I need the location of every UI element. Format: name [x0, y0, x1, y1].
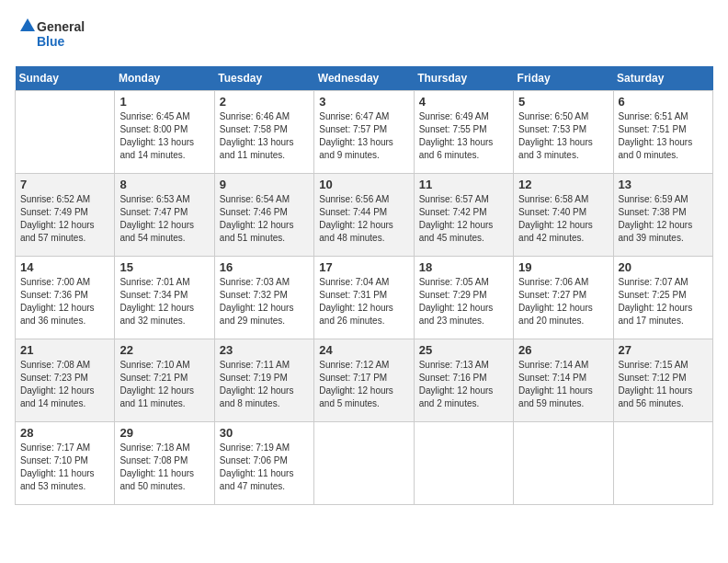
day-info: Sunrise: 7:04 AM Sunset: 7:31 PM Dayligh… [319, 276, 408, 327]
calendar-cell: 24Sunrise: 7:12 AM Sunset: 7:17 PM Dayli… [314, 339, 414, 422]
day-number: 27 [619, 343, 708, 357]
day-info: Sunrise: 7:06 AM Sunset: 7:27 PM Dayligh… [518, 276, 608, 327]
calendar-cell [314, 422, 414, 505]
day-info: Sunrise: 6:59 AM Sunset: 7:38 PM Dayligh… [619, 193, 708, 245]
calendar-cell: 15Sunrise: 7:01 AM Sunset: 7:34 PM Dayli… [115, 257, 214, 339]
calendar-cell: 22Sunrise: 7:10 AM Sunset: 7:21 PM Dayli… [115, 339, 214, 422]
calendar-cell: 23Sunrise: 7:11 AM Sunset: 7:19 PM Dayli… [214, 339, 313, 422]
calendar-cell: 25Sunrise: 7:13 AM Sunset: 7:16 PM Dayli… [414, 339, 513, 422]
calendar-week-row: 21Sunrise: 7:08 AM Sunset: 7:23 PM Dayli… [16, 339, 713, 422]
day-info: Sunrise: 7:17 AM Sunset: 7:10 PM Dayligh… [20, 442, 109, 493]
day-number: 29 [119, 426, 209, 440]
svg-text:General: General [37, 19, 85, 34]
calendar-week-row: 28Sunrise: 7:17 AM Sunset: 7:10 PM Dayli… [16, 422, 713, 505]
calendar-cell: 9Sunrise: 6:54 AM Sunset: 7:46 PM Daylig… [214, 174, 313, 257]
day-info: Sunrise: 6:54 AM Sunset: 7:46 PM Dayligh… [220, 193, 309, 245]
calendar-cell: 12Sunrise: 6:58 AM Sunset: 7:40 PM Dayli… [514, 174, 613, 257]
day-info: Sunrise: 6:56 AM Sunset: 7:44 PM Dayligh… [319, 193, 408, 245]
day-info: Sunrise: 7:10 AM Sunset: 7:21 PM Dayligh… [119, 359, 209, 410]
calendar-cell: 17Sunrise: 7:04 AM Sunset: 7:31 PM Dayli… [314, 257, 414, 339]
calendar-cell: 6Sunrise: 6:51 AM Sunset: 7:51 PM Daylig… [613, 91, 712, 174]
day-info: Sunrise: 6:52 AM Sunset: 7:49 PM Dayligh… [20, 193, 109, 245]
calendar-cell: 19Sunrise: 7:06 AM Sunset: 7:27 PM Dayli… [514, 257, 613, 339]
calendar-cell: 30Sunrise: 7:19 AM Sunset: 7:06 PM Dayli… [214, 422, 313, 505]
calendar-week-row: 14Sunrise: 7:00 AM Sunset: 7:36 PM Dayli… [16, 257, 713, 339]
calendar-cell: 29Sunrise: 7:18 AM Sunset: 7:08 PM Dayli… [115, 422, 214, 505]
day-info: Sunrise: 6:53 AM Sunset: 7:47 PM Dayligh… [119, 193, 209, 245]
day-info: Sunrise: 7:18 AM Sunset: 7:08 PM Dayligh… [119, 442, 209, 493]
page-header: General Blue [15, 15, 713, 55]
day-info: Sunrise: 7:00 AM Sunset: 7:36 PM Dayligh… [20, 276, 109, 327]
day-number: 16 [220, 260, 309, 274]
calendar-cell: 7Sunrise: 6:52 AM Sunset: 7:49 PM Daylig… [16, 174, 115, 257]
day-info: Sunrise: 6:57 AM Sunset: 7:42 PM Dayligh… [419, 193, 508, 245]
day-info: Sunrise: 6:51 AM Sunset: 7:51 PM Dayligh… [619, 110, 708, 162]
calendar-cell: 21Sunrise: 7:08 AM Sunset: 7:23 PM Dayli… [16, 339, 115, 422]
svg-marker-2 [20, 18, 35, 31]
day-number: 6 [619, 95, 708, 109]
day-info: Sunrise: 6:45 AM Sunset: 8:00 PM Dayligh… [119, 110, 209, 162]
day-info: Sunrise: 6:49 AM Sunset: 7:55 PM Dayligh… [419, 110, 508, 162]
day-info: Sunrise: 7:13 AM Sunset: 7:16 PM Dayligh… [419, 359, 508, 410]
calendar-cell [414, 422, 513, 505]
weekday-header-friday: Friday [514, 66, 613, 91]
day-number: 14 [20, 260, 109, 274]
day-number: 22 [119, 343, 209, 357]
day-info: Sunrise: 6:58 AM Sunset: 7:40 PM Dayligh… [518, 193, 608, 245]
day-number: 21 [20, 343, 109, 357]
calendar-table: SundayMondayTuesdayWednesdayThursdayFrid… [15, 66, 713, 505]
day-number: 3 [319, 95, 408, 109]
calendar-cell: 14Sunrise: 7:00 AM Sunset: 7:36 PM Dayli… [16, 257, 115, 339]
weekday-header-sunday: Sunday [16, 66, 115, 91]
calendar-cell: 5Sunrise: 6:50 AM Sunset: 7:53 PM Daylig… [514, 91, 613, 174]
day-number: 17 [319, 260, 408, 274]
day-number: 13 [619, 178, 708, 191]
calendar-cell: 16Sunrise: 7:03 AM Sunset: 7:32 PM Dayli… [214, 257, 313, 339]
day-info: Sunrise: 7:03 AM Sunset: 7:32 PM Dayligh… [220, 276, 309, 327]
day-number: 20 [619, 260, 708, 274]
day-info: Sunrise: 7:07 AM Sunset: 7:25 PM Dayligh… [619, 276, 708, 327]
svg-text:Blue: Blue [37, 34, 65, 49]
calendar-week-row: 7Sunrise: 6:52 AM Sunset: 7:49 PM Daylig… [16, 174, 713, 257]
weekday-header-monday: Monday [115, 66, 214, 91]
calendar-cell: 26Sunrise: 7:14 AM Sunset: 7:14 PM Dayli… [514, 339, 613, 422]
weekday-header-tuesday: Tuesday [214, 66, 313, 91]
day-info: Sunrise: 6:47 AM Sunset: 7:57 PM Dayligh… [319, 110, 408, 162]
calendar-cell: 3Sunrise: 6:47 AM Sunset: 7:57 PM Daylig… [314, 91, 414, 174]
calendar-cell: 20Sunrise: 7:07 AM Sunset: 7:25 PM Dayli… [613, 257, 712, 339]
day-number: 8 [119, 178, 209, 191]
day-number: 11 [419, 178, 508, 191]
day-info: Sunrise: 6:46 AM Sunset: 7:58 PM Dayligh… [220, 110, 309, 162]
calendar-cell [16, 91, 115, 174]
day-number: 30 [220, 426, 309, 440]
day-number: 23 [220, 343, 309, 357]
day-number: 4 [419, 95, 508, 109]
calendar-cell [514, 422, 613, 505]
day-number: 7 [20, 178, 109, 191]
logo-svg: General Blue [15, 15, 107, 55]
day-info: Sunrise: 7:14 AM Sunset: 7:14 PM Dayligh… [518, 359, 608, 410]
calendar-cell: 18Sunrise: 7:05 AM Sunset: 7:29 PM Dayli… [414, 257, 513, 339]
calendar-cell: 8Sunrise: 6:53 AM Sunset: 7:47 PM Daylig… [115, 174, 214, 257]
calendar-cell: 1Sunrise: 6:45 AM Sunset: 8:00 PM Daylig… [115, 91, 214, 174]
day-number: 19 [518, 260, 608, 274]
day-number: 18 [419, 260, 508, 274]
day-info: Sunrise: 7:01 AM Sunset: 7:34 PM Dayligh… [119, 276, 209, 327]
day-number: 25 [419, 343, 508, 357]
calendar-cell: 27Sunrise: 7:15 AM Sunset: 7:12 PM Dayli… [613, 339, 712, 422]
day-info: Sunrise: 7:05 AM Sunset: 7:29 PM Dayligh… [419, 276, 508, 327]
logo-container: General Blue [15, 15, 107, 55]
calendar-cell: 10Sunrise: 6:56 AM Sunset: 7:44 PM Dayli… [314, 174, 414, 257]
day-number: 15 [119, 260, 209, 274]
day-info: Sunrise: 7:19 AM Sunset: 7:06 PM Dayligh… [220, 442, 309, 493]
calendar-cell: 11Sunrise: 6:57 AM Sunset: 7:42 PM Dayli… [414, 174, 513, 257]
calendar-cell [613, 422, 712, 505]
day-number: 10 [319, 178, 408, 191]
logo: General Blue [15, 15, 107, 55]
calendar-cell: 28Sunrise: 7:17 AM Sunset: 7:10 PM Dayli… [16, 422, 115, 505]
day-number: 24 [319, 343, 408, 357]
calendar-cell: 4Sunrise: 6:49 AM Sunset: 7:55 PM Daylig… [414, 91, 513, 174]
day-number: 2 [220, 95, 309, 109]
day-info: Sunrise: 7:08 AM Sunset: 7:23 PM Dayligh… [20, 359, 109, 410]
calendar-week-row: 1Sunrise: 6:45 AM Sunset: 8:00 PM Daylig… [16, 91, 713, 174]
